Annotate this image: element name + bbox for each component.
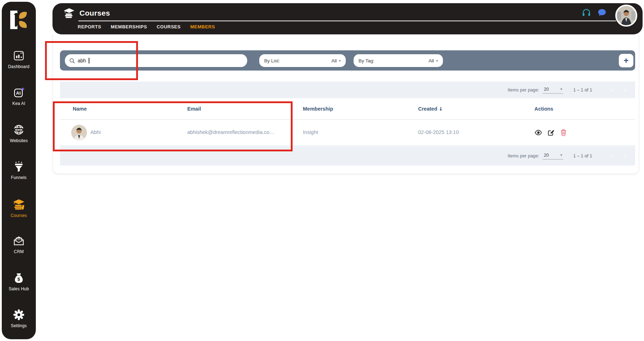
chat-bubble-icon[interactable] <box>597 8 607 17</box>
tab-reports[interactable]: REPORTS <box>78 24 101 29</box>
members-panel: abh By List: All ▾ By Tag: All ▾ + Items… <box>52 34 639 174</box>
eye-icon <box>534 129 542 136</box>
member-name: Abhi <box>90 129 101 135</box>
column-header-email[interactable]: Email <box>187 106 201 112</box>
column-header-name[interactable]: Name <box>73 106 87 112</box>
tab-courses[interactable]: COURSES <box>157 24 181 29</box>
next-page-icon[interactable]: › <box>624 152 627 160</box>
by-tag-label: By Tag: <box>359 58 374 63</box>
sidebar-item-dashboard[interactable]: Dashboard <box>2 50 36 69</box>
money-bag-icon: $ <box>13 272 25 284</box>
items-per-page-label: Items per page: <box>507 87 539 93</box>
page-range-label: 1 – 1 of 1 <box>573 153 592 158</box>
courses-header-icon <box>63 7 75 19</box>
kea-logo-icon <box>9 9 29 31</box>
sidebar-item-label: CRM <box>14 249 24 254</box>
sidebar-item-label: Settings <box>11 323 27 328</box>
sidebar-item-label: Websites <box>10 138 28 143</box>
user-avatar-photo <box>617 6 636 25</box>
tab-memberships[interactable]: MEMBERSHIPS <box>111 24 147 29</box>
sidebar-item-websites[interactable]: www Websites <box>2 124 36 143</box>
text-cursor <box>89 58 89 63</box>
app-logo[interactable] <box>9 9 29 32</box>
search-icon <box>69 58 75 64</box>
chevron-down-icon: ▾ <box>560 153 562 157</box>
sidebar-item-label: Kea AI <box>12 101 26 106</box>
row-actions <box>534 129 567 136</box>
edit-button[interactable] <box>547 129 555 136</box>
user-avatar[interactable] <box>615 5 637 27</box>
previous-page-icon[interactable]: ‹ <box>611 152 614 160</box>
crm-envelope-icon <box>13 235 25 247</box>
sidebar-item-courses[interactable]: Courses <box>2 199 36 218</box>
svg-text:www: www <box>15 128 22 132</box>
edit-icon <box>547 129 555 136</box>
member-avatar <box>71 125 87 140</box>
sidebar-item-label: Sales Hub <box>9 286 29 291</box>
items-per-page-label: Items per page: <box>507 153 539 158</box>
member-membership: Insight <box>303 129 318 135</box>
sidebar-item-label: Funnels <box>11 175 27 180</box>
sort-desc-icon: ↓ <box>439 106 443 112</box>
trash-icon <box>560 129 567 136</box>
support-headset-icon[interactable] <box>582 8 591 17</box>
page-header: Courses REPORTS MEMBERSHIPS COURSES MEMB… <box>52 3 643 34</box>
sidebar-item-funnels[interactable]: Funnels <box>2 161 36 180</box>
member-email: abhishek@dreamreflectionmedia.co… <box>187 129 274 135</box>
sidebar: Dashboard AI Kea AI www Websites Funnels <box>2 2 36 339</box>
column-header-created[interactable]: Created ↓ <box>418 106 443 112</box>
paginator-top: Items per page: 20 ▾ 1 – 1 of 1 ‹ › <box>60 82 635 98</box>
paginator-bottom: Items per page: 20 ▾ 1 – 1 of 1 ‹ › <box>60 146 635 166</box>
chevron-down-icon: ▾ <box>339 58 341 63</box>
add-member-button[interactable]: + <box>619 54 633 67</box>
plus-icon: + <box>623 56 628 65</box>
search-value: abh <box>78 58 86 63</box>
items-per-page-value: 20 <box>544 152 549 158</box>
by-list-filter[interactable]: By List: All ▾ <box>259 54 346 67</box>
page-range-label: 1 – 1 of 1 <box>573 87 592 93</box>
dashboard-icon <box>13 50 25 62</box>
member-created: 02-08-2025 13:10 <box>418 129 459 135</box>
chevron-down-icon: ▾ <box>560 87 562 91</box>
search-input[interactable]: abh <box>65 54 247 67</box>
svg-text:AI: AI <box>16 90 21 96</box>
sidebar-item-label: Dashboard <box>8 64 30 69</box>
ai-icon: AI <box>13 86 25 99</box>
header-divider <box>78 21 616 21</box>
previous-page-icon[interactable]: ‹ <box>611 86 614 94</box>
next-page-icon[interactable]: › <box>624 86 627 94</box>
chevron-down-icon: ▾ <box>436 58 438 63</box>
items-per-page-value: 20 <box>544 86 549 92</box>
funnel-icon <box>13 161 25 173</box>
sidebar-item-settings[interactable]: Settings <box>2 309 36 328</box>
sidebar-item-label: Courses <box>11 213 27 218</box>
page-title: Courses <box>79 9 110 17</box>
sidebar-item-sales-hub[interactable]: $ Sales Hub <box>2 272 36 291</box>
header-tabs: REPORTS MEMBERSHIPS COURSES MEMBERS <box>78 24 215 29</box>
sidebar-item-kea-ai[interactable]: AI Kea AI <box>2 86 36 106</box>
sidebar-item-crm[interactable]: CRM <box>2 235 36 254</box>
delete-button[interactable] <box>560 129 567 136</box>
items-per-page-select[interactable]: 20 ▾ <box>543 86 563 94</box>
tab-members[interactable]: MEMBERS <box>190 24 215 29</box>
column-header-actions: Actions <box>534 106 553 112</box>
courses-icon <box>12 199 25 211</box>
table-header: Name Email Membership Created ↓ Actions <box>60 98 635 120</box>
by-tag-value: All <box>428 58 434 63</box>
view-button[interactable] <box>534 129 542 136</box>
globe-www-icon: www <box>12 124 25 136</box>
by-tag-filter[interactable]: By Tag: All ▾ <box>354 54 443 67</box>
by-list-value: All <box>331 58 337 63</box>
items-per-page-select[interactable]: 20 ▾ <box>543 152 563 160</box>
by-list-label: By List: <box>264 58 280 63</box>
table-row: Abhi abhishek@dreamreflectionmedia.co… I… <box>60 120 635 146</box>
gear-icon <box>13 309 25 321</box>
svg-text:$: $ <box>17 276 20 282</box>
column-header-membership[interactable]: Membership <box>303 106 333 112</box>
